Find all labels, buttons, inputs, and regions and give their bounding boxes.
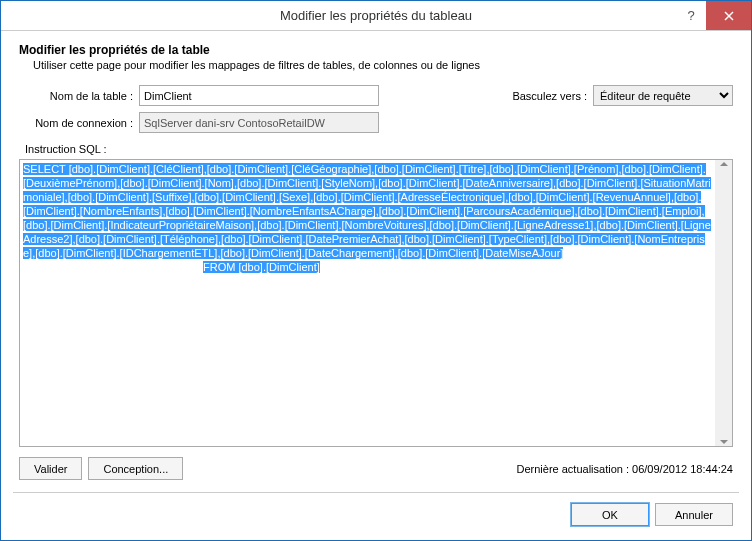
page-subheading: Utiliser cette page pour modifier les ma…: [33, 59, 733, 71]
connection-label: Nom de connexion :: [19, 117, 139, 129]
sql-editor[interactable]: SELECT [dbo].[DimClient].[CléClient],[db…: [19, 159, 733, 447]
close-icon: [724, 11, 734, 21]
sql-select-part: SELECT [dbo].[DimClient].[CléClient],[db…: [23, 163, 711, 259]
sql-text[interactable]: SELECT [dbo].[DimClient].[CléClient],[db…: [20, 160, 715, 446]
page-heading: Modifier les propriétés de la table: [19, 43, 733, 57]
window-controls: ?: [676, 1, 751, 30]
table-name-input[interactable]: [139, 85, 379, 106]
titlebar: Modifier les propriétés du tableau ?: [1, 1, 751, 31]
scroll-down-icon[interactable]: [720, 440, 728, 444]
table-name-label: Nom de la table :: [19, 90, 139, 102]
last-update-label: Dernière actualisation : 06/09/2012 18:4…: [517, 463, 734, 475]
action-row: Valider Conception... Dernière actualisa…: [19, 457, 733, 480]
sql-from-part: FROM [dbo].[DimClient]: [203, 261, 320, 273]
design-button[interactable]: Conception...: [88, 457, 183, 480]
help-button[interactable]: ?: [676, 1, 706, 30]
switch-to-label: Basculez vers :: [512, 90, 587, 102]
cancel-button[interactable]: Annuler: [655, 503, 733, 526]
close-button[interactable]: [706, 1, 751, 30]
connection-input: [139, 112, 379, 133]
divider: [13, 492, 739, 493]
sql-instruction-label: Instruction SQL :: [25, 143, 733, 155]
table-name-row: Nom de la table : Basculez vers : Éditeu…: [19, 85, 733, 106]
scroll-up-icon[interactable]: [720, 162, 728, 166]
ok-button[interactable]: OK: [571, 503, 649, 526]
validate-button[interactable]: Valider: [19, 457, 82, 480]
dialog-content: Modifier les propriétés de la table Util…: [1, 31, 751, 540]
switch-to-select[interactable]: Éditeur de requête: [593, 85, 733, 106]
sql-scrollbar[interactable]: [715, 160, 732, 446]
footer-buttons: OK Annuler: [19, 503, 733, 526]
connection-row: Nom de connexion :: [19, 112, 733, 133]
window-title: Modifier les propriétés du tableau: [1, 8, 751, 23]
